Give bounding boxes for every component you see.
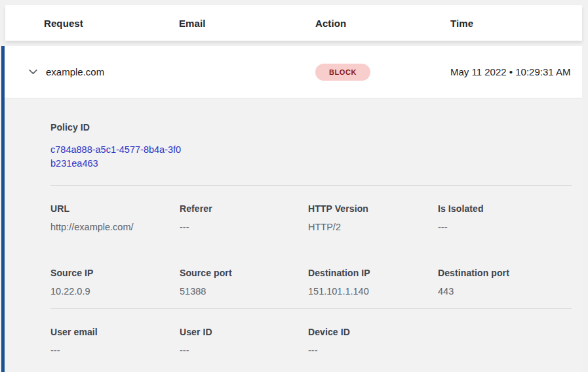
field-value: 151.101.1.140 <box>308 286 438 297</box>
field-value: --- <box>438 222 572 232</box>
field-value: 443 <box>438 286 572 297</box>
field-value: 10.22.0.9 <box>50 286 180 297</box>
field-label: Source port <box>180 268 308 278</box>
field-label: URL <box>50 203 180 214</box>
column-header-email: Email <box>179 18 315 29</box>
field-label: Source IP <box>50 268 180 278</box>
field-source-ip: Source IP 10.22.0.9 <box>50 268 180 297</box>
field-label: Destination IP <box>308 268 438 278</box>
status-badge-block: BLOCK <box>315 64 370 81</box>
field-value: --- <box>180 222 308 232</box>
field-is-isolated: Is Isolated --- <box>438 203 572 232</box>
field-label: Device ID <box>308 327 438 337</box>
table-row[interactable]: example.com BLOCK May 11 2022 • 10:29:31… <box>5 46 582 98</box>
field-user-id: User ID --- <box>180 327 308 356</box>
column-header-request: Request <box>44 18 179 29</box>
field-label: User email <box>50 327 180 337</box>
field-device-id: Device ID --- <box>308 327 438 356</box>
policy-id-link[interactable]: c784a888-a5c1-4577-8b4a-3f0b231ea463 <box>50 143 182 171</box>
field-destination-ip: Destination IP 151.101.1.140 <box>308 268 438 297</box>
http-fields-row: URL http://example.com/ Referer --- HTTP… <box>5 186 582 250</box>
field-label: User ID <box>180 327 308 337</box>
field-label: HTTP Version <box>308 203 438 214</box>
field-value: --- <box>308 345 438 356</box>
table-header: Request Email Action Time <box>5 5 582 41</box>
field-user-email: User email --- <box>50 327 180 356</box>
policy-id-label: Policy ID <box>50 122 572 133</box>
time-cell: May 11 2022 • 10:29:31 AM <box>450 64 582 80</box>
field-source-port: Source port 51388 <box>180 268 308 297</box>
action-cell: BLOCK <box>315 64 450 81</box>
field-value: HTTP/2 <box>308 222 438 232</box>
request-cell: example.com <box>46 66 179 77</box>
field-referer: Referer --- <box>180 203 308 232</box>
network-fields-row: Source IP 10.22.0.9 Source port 51388 De… <box>5 250 582 308</box>
field-value: http://example.com/ <box>50 222 180 232</box>
field-value: 51388 <box>180 286 308 297</box>
request-details-panel: Policy ID c784a888-a5c1-4577-8b4a-3f0b23… <box>5 98 582 372</box>
expanded-log-row: example.com BLOCK May 11 2022 • 10:29:31… <box>1 46 582 372</box>
field-value: --- <box>50 345 180 356</box>
field-label: Is Isolated <box>438 203 572 214</box>
field-http-version: HTTP Version HTTP/2 <box>308 203 438 232</box>
field-url: URL http://example.com/ <box>50 203 180 232</box>
column-header-time: Time <box>450 18 582 29</box>
policy-id-section: Policy ID c784a888-a5c1-4577-8b4a-3f0b23… <box>5 98 582 185</box>
http-request-log-detail-page: Request Email Action Time example.com BL… <box>0 0 588 372</box>
field-label: Referer <box>180 203 308 214</box>
field-empty <box>438 327 572 356</box>
field-value: --- <box>180 345 308 356</box>
field-label: Destination port <box>438 268 572 278</box>
column-header-action: Action <box>315 18 450 29</box>
field-destination-port: Destination port 443 <box>438 268 572 297</box>
chevron-down-icon[interactable] <box>28 66 46 77</box>
user-fields-row: User email --- User ID --- Device ID --- <box>5 309 582 372</box>
